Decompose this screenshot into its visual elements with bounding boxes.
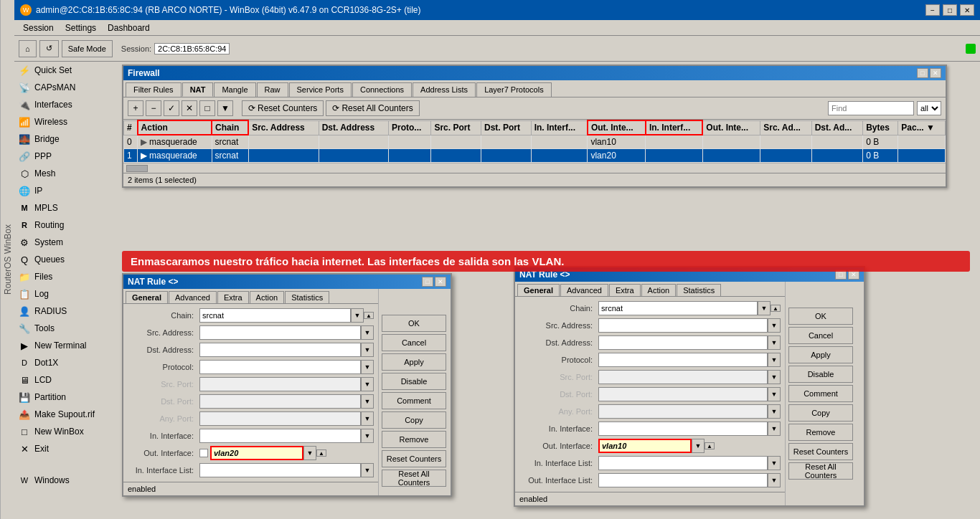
- nat-right-apply-button[interactable]: Apply: [788, 346, 853, 363]
- sidebar-item-exit[interactable]: ✕ Exit: [14, 440, 126, 457]
- nat-right-disable-button[interactable]: Disable: [788, 366, 853, 383]
- nat-dialog-left-controls[interactable]: □ ✕: [422, 277, 446, 287]
- col-num[interactable]: #: [124, 120, 138, 135]
- col-dst-port[interactable]: Dst. Port: [481, 120, 532, 135]
- nat-left-tab-extra[interactable]: Extra: [217, 291, 249, 303]
- sidebar-item-ip[interactable]: 🌐 IP ▶: [14, 182, 126, 199]
- close-button[interactable]: ✕: [960, 4, 974, 16]
- col-dst-addr[interactable]: Dst. Address: [319, 120, 388, 135]
- col-proto[interactable]: Proto...: [389, 120, 431, 135]
- nat-left-dst-addr-dropdown[interactable]: ▼: [361, 343, 374, 357]
- tab-connections[interactable]: Connections: [352, 82, 412, 97]
- nat-left-chain-input[interactable]: [199, 308, 351, 323]
- nat-left-src-port-dropdown[interactable]: ▼: [361, 377, 374, 391]
- tab-nat[interactable]: NAT: [182, 82, 214, 97]
- nat-left-in-if-dropdown[interactable]: ▼: [361, 429, 374, 443]
- nat-left-in-if-list-dropdown[interactable]: ▼: [361, 463, 374, 477]
- nat-left-protocol-input[interactable]: [199, 360, 361, 374]
- tab-raw[interactable]: Raw: [257, 82, 288, 97]
- nat-right-tab-general[interactable]: General: [517, 284, 560, 296]
- sidebar-item-queues[interactable]: Q Queues: [14, 251, 126, 268]
- nat-left-src-addr-input[interactable]: [199, 325, 361, 340]
- table-row[interactable]: 1 ▶masquerade srcnat vlan20: [124, 149, 946, 163]
- nat-right-out-if-spin-up[interactable]: ▲: [705, 442, 715, 449]
- nat-right-dst-port-dropdown[interactable]: ▼: [768, 387, 781, 401]
- sidebar-item-system[interactable]: ⚙ System ▶: [14, 234, 126, 251]
- nat-right-any-port-input[interactable]: [598, 404, 768, 419]
- nat-right-chain-dropdown[interactable]: ▼: [758, 301, 771, 315]
- nat-right-in-if-input[interactable]: [598, 422, 768, 436]
- nat-left-in-if-input[interactable]: [199, 429, 361, 443]
- col-out-if[interactable]: Out. Inte...: [588, 120, 646, 135]
- col-src-addr[interactable]: Src. Address: [248, 120, 319, 135]
- title-bar-controls[interactable]: − □ ✕: [925, 4, 974, 16]
- sidebar-item-quick-set[interactable]: ⚡ Quick Set: [14, 62, 126, 79]
- sidebar-item-interfaces[interactable]: 🔌 Interfaces: [14, 96, 126, 113]
- nat-left-in-if-list-input[interactable]: [199, 463, 361, 477]
- nat-right-any-port-dropdown[interactable]: ▼: [768, 404, 781, 419]
- nat-right-protocol-dropdown[interactable]: ▼: [768, 353, 781, 367]
- minimize-button[interactable]: −: [925, 4, 940, 16]
- reset-counters-button[interactable]: ⟳ Reset Counters: [242, 100, 324, 116]
- nat-left-copy-button[interactable]: Copy: [382, 411, 446, 429]
- tab-layer7-protocols[interactable]: Layer7 Protocols: [476, 82, 552, 97]
- nat-left-chain-spin-up[interactable]: ▲: [364, 312, 374, 319]
- menu-settings[interactable]: Settings: [60, 22, 102, 34]
- firewall-close-button[interactable]: ✕: [930, 68, 941, 78]
- sidebar-item-wireless[interactable]: 📶 Wireless: [14, 113, 126, 130]
- safe-mode-button[interactable]: Safe Mode: [62, 40, 113, 57]
- col-in-if2[interactable]: In. Interf...: [646, 120, 702, 135]
- nat-right-src-addr-dropdown[interactable]: ▼: [768, 318, 781, 333]
- refresh-button[interactable]: ↺: [39, 40, 59, 57]
- nat-left-chain-dropdown[interactable]: ▼: [351, 308, 364, 323]
- sidebar-item-ppp[interactable]: 🔗 PPP: [14, 148, 126, 165]
- sidebar-item-routing[interactable]: R Routing ▶: [14, 216, 126, 234]
- enable-rule-button[interactable]: ✓: [164, 100, 179, 116]
- sidebar-item-log[interactable]: 📋 Log: [14, 285, 126, 303]
- nat-right-comment-button[interactable]: Comment: [788, 385, 853, 402]
- sidebar-item-mpls[interactable]: M MPLS ▶: [14, 199, 126, 216]
- nat-left-close-button[interactable]: ✕: [435, 277, 446, 287]
- add-rule-button[interactable]: +: [128, 100, 143, 116]
- remove-rule-button[interactable]: −: [146, 100, 161, 116]
- nat-left-ok-button[interactable]: OK: [382, 315, 446, 332]
- horizontal-scrollbar[interactable]: [123, 163, 946, 173]
- nat-left-tab-advanced[interactable]: Advanced: [169, 291, 217, 303]
- nat-left-out-if-dropdown[interactable]: ▼: [303, 446, 316, 460]
- nat-right-out-if-list-input[interactable]: [598, 473, 768, 487]
- home-button[interactable]: ⌂: [19, 40, 37, 57]
- nat-right-dst-addr-dropdown[interactable]: ▼: [768, 335, 781, 350]
- nat-right-remove-button[interactable]: Remove: [788, 424, 853, 441]
- sidebar-item-windows[interactable]: W Windows ▶: [14, 472, 126, 489]
- nat-right-tab-statistics[interactable]: Statistics: [677, 284, 721, 296]
- col-packets[interactable]: Pac... ▼: [898, 120, 946, 135]
- disable-rule-button[interactable]: ✕: [182, 100, 197, 116]
- menu-session[interactable]: Session: [17, 22, 60, 34]
- col-chain[interactable]: Chain: [212, 120, 248, 135]
- nat-right-chain-spin-up[interactable]: ▲: [771, 305, 781, 312]
- nat-left-out-if-input[interactable]: [210, 446, 303, 460]
- nat-left-remove-button[interactable]: Remove: [382, 431, 446, 448]
- menu-dashboard[interactable]: Dashboard: [102, 22, 156, 34]
- nat-right-src-addr-input[interactable]: [598, 318, 768, 333]
- col-src-port[interactable]: Src. Port: [431, 120, 481, 135]
- nat-right-in-if-list-dropdown[interactable]: ▼: [768, 456, 781, 470]
- filter-button[interactable]: ▼: [217, 100, 233, 116]
- nat-right-out-if-dropdown[interactable]: ▼: [692, 439, 705, 453]
- nat-right-src-port-dropdown[interactable]: ▼: [768, 370, 781, 384]
- nat-left-disable-button[interactable]: Disable: [382, 373, 446, 390]
- nat-right-reset-all-counters-button[interactable]: Reset All Counters: [788, 462, 853, 480]
- col-action[interactable]: Action: [138, 120, 212, 135]
- nat-right-in-if-list-input[interactable]: [598, 456, 768, 470]
- nat-right-ok-button[interactable]: OK: [788, 308, 853, 325]
- table-row[interactable]: 0 ▶masquerade srcnat vlan10: [124, 135, 946, 149]
- tab-filter-rules[interactable]: Filter Rules: [126, 82, 182, 97]
- nat-right-tab-action[interactable]: Action: [641, 284, 677, 296]
- nat-right-in-if-dropdown[interactable]: ▼: [768, 422, 781, 436]
- nat-right-dst-addr-input[interactable]: [598, 335, 768, 350]
- col-src-ad[interactable]: Src. Ad...: [760, 120, 811, 135]
- nat-left-apply-button[interactable]: Apply: [382, 353, 446, 371]
- col-bytes[interactable]: Bytes: [863, 120, 898, 135]
- nat-left-reset-all-counters-button[interactable]: Reset All Counters: [382, 470, 446, 487]
- col-out-if2[interactable]: Out. Inte...: [702, 120, 760, 135]
